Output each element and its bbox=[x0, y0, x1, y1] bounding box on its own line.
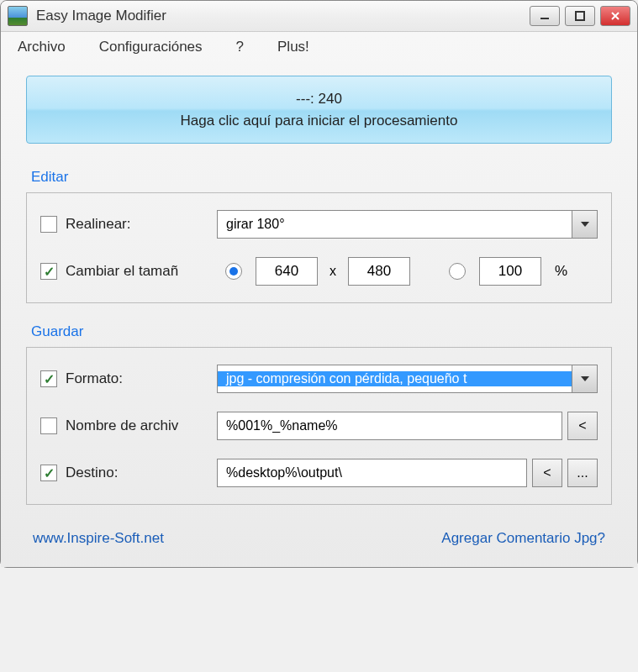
menu-config[interactable]: Configuraciónes bbox=[99, 39, 203, 55]
height-input[interactable]: 480 bbox=[348, 257, 410, 286]
destination-input[interactable]: %desktop%\output\ bbox=[217, 459, 527, 487]
close-button[interactable] bbox=[600, 6, 630, 26]
add-comment-link[interactable]: Agregar Comentario Jpg? bbox=[441, 530, 605, 547]
minimize-button[interactable] bbox=[530, 6, 560, 26]
save-group-box: Formato: jpg - compresión con pérdida, p… bbox=[26, 347, 612, 505]
maximize-icon bbox=[574, 10, 586, 22]
realign-row: Realinear: girar 180° bbox=[40, 210, 598, 239]
destination-browse-button[interactable]: ... bbox=[567, 459, 598, 487]
resize-checkbox[interactable] bbox=[40, 263, 57, 280]
edit-group-title: Editar bbox=[26, 169, 612, 186]
resize-radio-pixels[interactable] bbox=[225, 263, 242, 280]
menu-plus[interactable]: Plus! bbox=[277, 39, 309, 55]
percent-input[interactable]: 100 bbox=[479, 257, 541, 286]
maximize-button[interactable] bbox=[565, 6, 595, 26]
format-combo-button[interactable] bbox=[572, 365, 597, 392]
app-window: Easy Image Modifier Archivo Configuració… bbox=[0, 0, 638, 568]
destination-back-button[interactable]: < bbox=[532, 459, 562, 487]
destination-checkbox[interactable] bbox=[40, 465, 57, 481]
website-link[interactable]: www.Inspire-Soft.net bbox=[33, 530, 164, 547]
format-row: Formato: jpg - compresión con pérdida, p… bbox=[40, 365, 598, 393]
content-area: ---: 240 Haga clic aquí para iniciar el … bbox=[1, 62, 637, 567]
format-label: Formato: bbox=[66, 370, 217, 387]
action-hint: Haga clic aquí para iniciar el procesami… bbox=[39, 110, 599, 132]
filename-checkbox[interactable] bbox=[40, 417, 57, 434]
destination-label: Destino: bbox=[66, 465, 217, 481]
svg-rect-1 bbox=[576, 12, 584, 20]
action-count: ---: 240 bbox=[39, 88, 599, 110]
realign-checkbox[interactable] bbox=[40, 216, 57, 233]
format-combo-value: jpg - compresión con pérdida, pequeño t bbox=[218, 371, 572, 386]
filename-row: Nombre de archiv %001%_%name% < bbox=[40, 412, 598, 440]
svg-rect-0 bbox=[540, 18, 549, 19]
percent-symbol: % bbox=[555, 263, 567, 280]
resize-row: Cambiar el tamañ 640 x 480 100 % bbox=[40, 257, 598, 286]
start-processing-button[interactable]: ---: 240 Haga clic aquí para iniciar el … bbox=[26, 76, 612, 144]
destination-row: Destino: %desktop%\output\ < ... bbox=[40, 459, 598, 487]
chevron-down-icon bbox=[581, 376, 589, 381]
dimension-separator: x bbox=[330, 264, 336, 279]
resize-radio-percent[interactable] bbox=[449, 263, 466, 280]
edit-group: Editar Realinear: girar 180° Cambiar el … bbox=[26, 169, 612, 303]
menu-help[interactable]: ? bbox=[236, 39, 244, 55]
resize-label: Cambiar el tamañ bbox=[66, 263, 217, 280]
width-input[interactable]: 640 bbox=[256, 257, 318, 286]
app-icon bbox=[8, 6, 28, 26]
window-controls bbox=[530, 6, 630, 26]
realign-combo[interactable]: girar 180° bbox=[217, 210, 598, 239]
menu-file[interactable]: Archivo bbox=[18, 39, 66, 55]
menubar: Archivo Configuraciónes ? Plus! bbox=[1, 32, 637, 62]
filename-label: Nombre de archiv bbox=[66, 417, 217, 434]
format-combo[interactable]: jpg - compresión con pérdida, pequeño t bbox=[217, 365, 598, 393]
edit-group-box: Realinear: girar 180° Cambiar el tamañ 6… bbox=[26, 192, 612, 303]
realign-label: Realinear: bbox=[66, 216, 217, 233]
titlebar: Easy Image Modifier bbox=[1, 1, 637, 32]
chevron-down-icon bbox=[581, 222, 589, 227]
close-icon bbox=[609, 10, 621, 22]
minimize-icon bbox=[539, 10, 551, 22]
realign-combo-value: girar 180° bbox=[218, 217, 572, 232]
save-group: Guardar Formato: jpg - compresión con pé… bbox=[26, 323, 612, 505]
save-group-title: Guardar bbox=[26, 323, 612, 340]
realign-combo-button[interactable] bbox=[572, 211, 597, 238]
format-checkbox[interactable] bbox=[40, 370, 57, 387]
window-title: Easy Image Modifier bbox=[36, 8, 530, 24]
filename-input[interactable]: %001%_%name% bbox=[217, 412, 562, 440]
filename-back-button[interactable]: < bbox=[567, 412, 598, 440]
footer: www.Inspire-Soft.net Agregar Comentario … bbox=[26, 525, 612, 547]
